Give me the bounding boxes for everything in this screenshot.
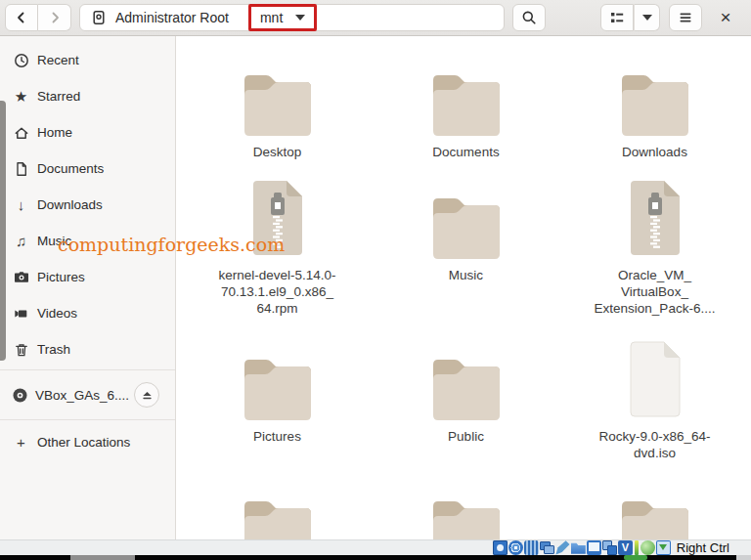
hamburger-menu-button[interactable] — [669, 4, 702, 31]
nav-buttons — [5, 4, 71, 31]
file-item-label: Public — [448, 428, 484, 445]
file-item-label: Rocky-9.0-x86_64- dvd.iso — [598, 428, 710, 461]
window-content: Recent ★ Starred Home Documents ↓ Downlo… — [0, 36, 751, 539]
grid-row: Desktop Documents Downloads — [183, 60, 751, 183]
keyboard-icon[interactable] — [656, 540, 671, 555]
hamburger-menu-icon — [678, 10, 693, 25]
vbox-statusbar: Right Ctrl — [0, 539, 751, 555]
folder-icon — [428, 486, 505, 539]
sidebar-item-label: Downloads — [37, 197, 103, 212]
file-item-rocky-iso[interactable]: Rocky-9.0-x86_64- dvd.iso — [560, 344, 749, 486]
headerbar: Administrator Root mnt — [0, 0, 751, 36]
sidebar-item-trash[interactable]: Trash — [0, 331, 175, 367]
file-item-desktop[interactable]: Desktop — [183, 60, 372, 183]
forward-button[interactable] — [38, 4, 71, 31]
path-bar: Administrator Root mnt — [79, 4, 505, 31]
sidebar-item-label: Starred — [37, 89, 80, 104]
clock-icon — [12, 53, 30, 68]
eject-icon — [141, 389, 154, 402]
file-item-public[interactable]: Public — [372, 344, 560, 486]
sidebar-item-pictures[interactable]: Pictures — [0, 259, 175, 295]
folder-icon — [617, 60, 693, 136]
sidebar-item-recent[interactable]: Recent — [0, 42, 175, 78]
display-icon[interactable] — [587, 540, 601, 555]
list-view-button[interactable] — [600, 4, 634, 31]
plus-icon: + — [12, 435, 30, 450]
bottom-edge — [0, 555, 751, 560]
bottom-edge-green-segment — [624, 555, 647, 560]
chevron-right-icon — [47, 10, 63, 25]
folder-icon — [617, 486, 693, 539]
optical-disc-icon[interactable] — [508, 540, 523, 555]
host-key-label: Right Ctrl — [677, 540, 729, 555]
search-button[interactable] — [512, 4, 546, 31]
back-button[interactable] — [5, 4, 38, 31]
sidebar-item-label: Recent — [37, 53, 79, 67]
download-arrow-icon: ↓ — [12, 197, 30, 212]
grid-row: kernel-devel-5.14.0- 70.13.1.el9_0.x86_ … — [183, 183, 751, 344]
file-item-documents[interactable]: Documents — [372, 60, 560, 183]
iso-file-icon — [623, 344, 687, 420]
file-item-pictures[interactable]: Pictures — [183, 344, 372, 486]
home-icon — [12, 125, 30, 141]
sidebar-item-label: Pictures — [37, 270, 85, 284]
current-folder-button[interactable]: mnt — [248, 4, 317, 31]
document-icon — [12, 161, 30, 177]
camera-icon — [12, 270, 30, 285]
sidebar-item-downloads[interactable]: ↓ Downloads — [0, 187, 175, 223]
search-icon — [521, 10, 537, 25]
audio-icon[interactable] — [524, 540, 539, 555]
grid-row-partial — [183, 486, 751, 539]
optical-disc-icon — [12, 387, 28, 404]
sidebar-item-label: Documents — [37, 161, 104, 176]
close-button[interactable]: × — [714, 4, 737, 31]
file-item-label: Desktop — [253, 144, 302, 160]
video-capture-icon[interactable] — [618, 540, 633, 555]
view-dropdown-button[interactable] — [634, 4, 660, 31]
network-icon[interactable] — [540, 540, 554, 555]
sidebar-item-label: Trash — [37, 342, 70, 357]
sidebar-item-starred[interactable]: ★ Starred — [0, 78, 175, 114]
archive-file-icon — [623, 183, 687, 259]
features-indicator — [635, 540, 639, 555]
file-item-label: Music — [449, 267, 483, 283]
close-icon: × — [720, 7, 730, 28]
sidebar-item-other-locations[interactable]: + Other Locations — [0, 422, 175, 461]
clipboard-icon[interactable] — [602, 540, 617, 555]
sidebar-separator — [0, 369, 175, 370]
sidebar-item-label: Other Locations — [37, 435, 130, 450]
camcorder-icon — [12, 306, 30, 322]
shared-folder-icon[interactable] — [571, 540, 586, 555]
file-item-partial[interactable] — [372, 486, 560, 539]
file-item-label: Documents — [432, 144, 499, 160]
sidebar-item-videos[interactable]: Videos — [0, 295, 175, 331]
file-item-music[interactable]: Music — [372, 183, 560, 344]
file-item-partial[interactable] — [183, 486, 372, 539]
sidebar-item-label: Home — [37, 125, 72, 140]
file-item-downloads[interactable]: Downloads — [560, 60, 749, 183]
sidebar-item-vbox-device[interactable]: VBox_GAs_6.... — [0, 372, 175, 417]
bottom-edge-gray-segment — [70, 555, 135, 560]
usb-icon[interactable] — [555, 540, 570, 555]
breadcrumb-root-label: Administrator Root — [115, 10, 229, 25]
file-item-label: Oracle_VM_ VirtualBox_ Extension_Pack-6.… — [595, 267, 716, 317]
view-caret-icon — [642, 15, 652, 21]
mouse-integration-icon[interactable] — [641, 540, 655, 555]
sidebar-separator — [0, 419, 175, 420]
file-item-vbox-extension-pack[interactable]: Oracle_VM_ VirtualBox_ Extension_Pack-6.… — [560, 183, 749, 344]
music-notes-icon: ♫ — [12, 234, 30, 248]
breadcrumb-root[interactable]: Administrator Root — [80, 5, 243, 30]
folder-icon — [428, 60, 505, 136]
bottom-edge-light-segment — [736, 555, 751, 560]
sidebar-item-home[interactable]: Home — [0, 114, 175, 151]
sidebar-item-documents[interactable]: Documents — [0, 151, 175, 187]
caret-down-icon — [295, 15, 305, 21]
sidebar-scrollbar[interactable] — [0, 101, 6, 361]
file-item-partial[interactable] — [560, 486, 749, 539]
hard-disk-icon[interactable] — [493, 540, 508, 555]
file-grid: Desktop Documents Downloads — [176, 36, 751, 539]
file-item-kernel-rpm[interactable]: kernel-devel-5.14.0- 70.13.1.el9_0.x86_ … — [183, 183, 372, 344]
eject-button[interactable] — [134, 382, 159, 408]
sidebar: Recent ★ Starred Home Documents ↓ Downlo… — [0, 36, 176, 539]
current-folder-label: mnt — [260, 10, 283, 25]
